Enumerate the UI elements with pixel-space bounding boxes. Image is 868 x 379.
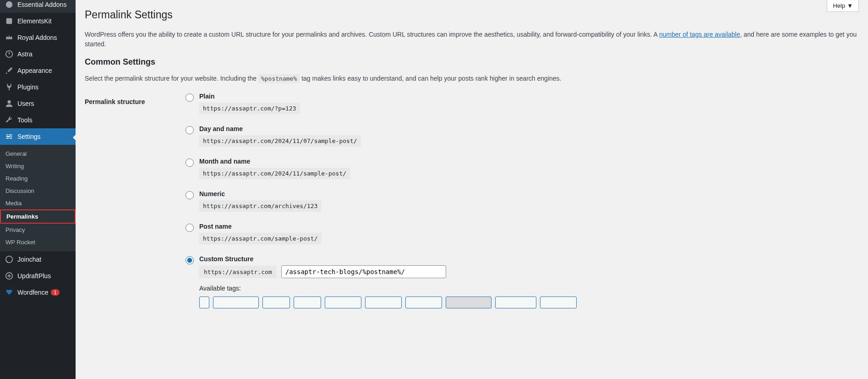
option-plain: Plain https://assaptr.com/?p=123	[186, 93, 859, 114]
permalink-structure-label: Permalink structure	[85, 93, 186, 312]
user-icon	[5, 99, 14, 108]
select-paragraph: Select the permalink structure for your …	[85, 74, 859, 83]
main-content: Help ▼ Permalink Settings WordPress offe…	[76, 0, 868, 379]
tag-button[interactable]	[262, 297, 290, 308]
sidebar-item-label: Joinchat	[17, 256, 41, 263]
crown-icon	[5, 33, 14, 42]
postname-tag-code: %postname%	[258, 74, 300, 83]
brush-icon	[5, 66, 14, 75]
sidebar-item-label: Plugins	[17, 83, 38, 91]
option-example: https://assaptr.com/2024/11/sample-post/	[199, 168, 350, 179]
tag-buttons-row	[199, 297, 859, 308]
sidebar-item-label: Users	[17, 100, 34, 107]
admin-sidebar: Essential Addons ElementsKit Royal Addon…	[0, 0, 76, 379]
option-title: Numeric	[199, 190, 859, 198]
custom-prefix: https://assaptr.com	[199, 266, 277, 278]
sidebar-item-label: Appearance	[17, 67, 52, 74]
radio-month-name[interactable]	[186, 159, 194, 167]
sidebar-item-essential-addons[interactable]: Essential Addons	[0, 0, 76, 13]
option-day-name: Day and name https://assaptr.com/2024/11…	[186, 125, 859, 147]
chevron-down-icon: ▼	[847, 2, 853, 9]
option-title: Plain	[199, 93, 859, 100]
chat-icon	[5, 255, 14, 264]
option-title: Day and name	[199, 125, 859, 132]
tag-button[interactable]	[199, 297, 209, 308]
option-example: https://assaptr.com/2024/11/07/sample-po…	[199, 135, 361, 147]
tag-button[interactable]	[365, 297, 402, 308]
settings-submenu: General Writing Reading Discussion Media…	[0, 145, 76, 251]
sidebar-item-label: Tools	[17, 116, 33, 124]
kit-icon	[5, 16, 14, 26]
radio-custom[interactable]	[186, 256, 194, 264]
tag-button[interactable]	[213, 297, 259, 308]
submenu-item-discussion[interactable]: Discussion	[0, 185, 76, 197]
tag-button[interactable]	[405, 297, 442, 308]
option-numeric: Numeric https://assaptr.com/archives/123	[186, 190, 859, 212]
submenu-item-reading[interactable]: Reading	[0, 172, 76, 185]
sidebar-item-settings[interactable]: Settings	[0, 128, 76, 145]
plugin-icon	[5, 0, 14, 9]
option-example: https://assaptr.com/sample-post/	[199, 233, 321, 244]
submenu-item-media[interactable]: Media	[0, 197, 76, 209]
custom-structure-input[interactable]	[281, 265, 446, 278]
sidebar-item-label: UpdraftPlus	[17, 272, 51, 280]
svg-point-0	[6, 1, 12, 8]
updraft-icon	[5, 271, 14, 280]
submenu-item-wp-rocket[interactable]: WP Rocket	[0, 236, 76, 248]
tag-button[interactable]	[294, 297, 321, 308]
svg-rect-1	[6, 18, 12, 24]
plug-icon	[5, 82, 14, 92]
radio-day-name[interactable]	[186, 126, 194, 134]
sidebar-item-tools[interactable]: Tools	[0, 112, 76, 128]
radio-plain[interactable]	[186, 93, 194, 102]
svg-point-3	[7, 100, 11, 104]
tag-button[interactable]	[540, 297, 577, 308]
sidebar-item-joinchat[interactable]: Joinchat	[0, 251, 76, 268]
sidebar-item-elementskit[interactable]: ElementsKit	[0, 13, 76, 29]
intro-paragraph: WordPress offers you the ability to crea…	[85, 30, 859, 49]
option-example: https://assaptr.com/archives/123	[199, 200, 321, 212]
tag-button[interactable]	[325, 297, 361, 308]
tag-button[interactable]	[446, 297, 491, 308]
tags-link[interactable]: number of tags are available	[659, 31, 740, 38]
astra-icon	[5, 49, 14, 59]
option-custom: Custom Structure https://assaptr.com Ava…	[186, 255, 859, 308]
wrench-icon	[5, 115, 14, 125]
option-example: https://assaptr.com/?p=123	[199, 103, 300, 114]
sidebar-item-royal-addons[interactable]: Royal Addons	[0, 29, 76, 46]
sidebar-item-label: Settings	[17, 133, 41, 140]
submenu-item-general[interactable]: General	[0, 148, 76, 160]
sidebar-item-label: Wordfence	[17, 289, 48, 296]
option-month-name: Month and name https://assaptr.com/2024/…	[186, 158, 859, 179]
wordfence-badge: 1	[51, 289, 59, 296]
help-tab[interactable]: Help ▼	[827, 0, 859, 12]
option-title: Month and name	[199, 158, 859, 165]
svg-point-4	[6, 256, 12, 263]
sidebar-item-plugins[interactable]: Plugins	[0, 79, 76, 95]
option-title: Post name	[199, 223, 859, 230]
select-text-2: tag makes links easy to understand, and …	[300, 75, 561, 82]
submenu-item-writing[interactable]: Writing	[0, 160, 76, 172]
option-post-name: Post name https://assaptr.com/sample-pos…	[186, 223, 859, 244]
sidebar-item-users[interactable]: Users	[0, 95, 76, 112]
available-tags-label: Available tags:	[199, 285, 859, 292]
sidebar-item-label: Royal Addons	[17, 34, 57, 41]
sidebar-item-appearance[interactable]: Appearance	[0, 62, 76, 79]
sidebar-item-astra[interactable]: Astra	[0, 46, 76, 62]
sidebar-item-wordfence[interactable]: Wordfence 1	[0, 284, 76, 301]
option-title: Custom Structure	[199, 255, 859, 263]
common-settings-heading: Common Settings	[85, 57, 859, 67]
sidebar-item-label: Astra	[17, 50, 33, 58]
tag-button[interactable]	[495, 297, 536, 308]
select-text-1: Select the permalink structure for your …	[85, 75, 258, 82]
sidebar-item-label: ElementsKit	[17, 17, 52, 25]
page-title: Permalink Settings	[85, 5, 859, 23]
sliders-icon	[5, 132, 14, 141]
wordfence-icon	[5, 288, 14, 297]
submenu-item-privacy[interactable]: Privacy	[0, 224, 76, 236]
submenu-item-permalinks[interactable]: Permalinks	[0, 209, 76, 224]
sidebar-item-label: Essential Addons	[17, 1, 66, 8]
sidebar-item-updraftplus[interactable]: UpdraftPlus	[0, 268, 76, 284]
radio-numeric[interactable]	[186, 191, 194, 199]
radio-post-name[interactable]	[186, 224, 194, 232]
